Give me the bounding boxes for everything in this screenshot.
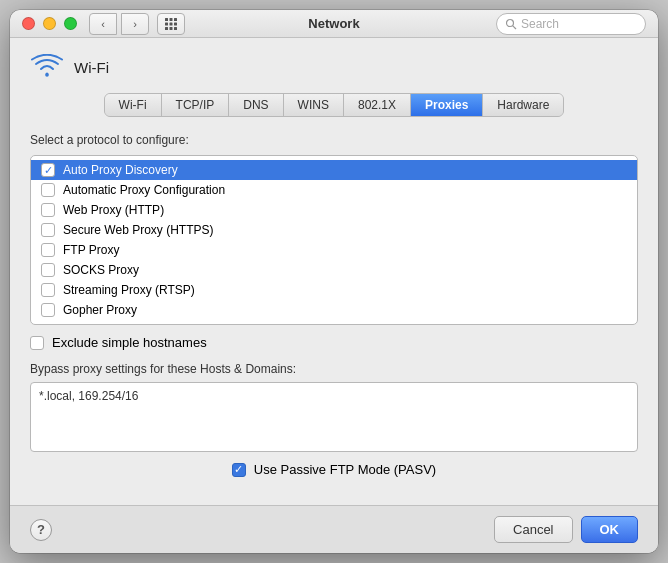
protocol-list: ✓ Auto Proxy Discovery Automatic Proxy C… — [30, 155, 638, 325]
svg-point-11 — [45, 73, 49, 77]
wifi-header: Wi-Fi — [30, 54, 638, 81]
window-title: Network — [308, 16, 359, 31]
svg-line-10 — [513, 25, 516, 28]
tab-dns[interactable]: DNS — [229, 94, 283, 116]
content-area: Wi-Fi Wi-Fi TCP/IP DNS WINS 802.1X Proxi… — [10, 38, 658, 505]
wifi-label: Wi-Fi — [74, 59, 109, 76]
protocol-label-streaming: Streaming Proxy (RTSP) — [63, 283, 195, 297]
svg-rect-1 — [170, 18, 173, 21]
grid-button[interactable] — [157, 13, 185, 35]
back-button[interactable]: ‹ — [89, 13, 117, 35]
protocol-item-socks-proxy[interactable]: SOCKS Proxy — [31, 260, 637, 280]
exclude-hostnames-row: Exclude simple hostnames — [30, 335, 638, 350]
protocol-checkbox-socks[interactable] — [41, 263, 55, 277]
cancel-button[interactable]: Cancel — [494, 516, 572, 543]
passive-ftp-label: Use Passive FTP Mode (PASV) — [254, 462, 436, 477]
network-window: ‹ › Network Search — [10, 10, 658, 553]
tab-hardware[interactable]: Hardware — [483, 94, 563, 116]
tab-tcpip[interactable]: TCP/IP — [162, 94, 230, 116]
tabs-container: Wi-Fi TCP/IP DNS WINS 802.1X Proxies Har… — [30, 93, 638, 117]
protocol-item-streaming-proxy[interactable]: Streaming Proxy (RTSP) — [31, 280, 637, 300]
tab-proxies[interactable]: Proxies — [411, 94, 483, 116]
protocol-label-secure-web: Secure Web Proxy (HTTPS) — [63, 223, 213, 237]
svg-rect-8 — [174, 27, 177, 30]
protocol-checkbox-gopher[interactable] — [41, 303, 55, 317]
svg-point-9 — [507, 19, 514, 26]
svg-rect-7 — [170, 27, 173, 30]
search-icon — [505, 18, 517, 30]
protocol-checkbox-auto-proxy[interactable]: ✓ — [41, 163, 55, 177]
help-button[interactable]: ? — [30, 519, 52, 541]
svg-rect-2 — [174, 18, 177, 21]
ok-button[interactable]: OK — [581, 516, 639, 543]
protocol-checkbox-auto-config[interactable] — [41, 183, 55, 197]
protocol-label-gopher: Gopher Proxy — [63, 303, 137, 317]
tab-wifi[interactable]: Wi-Fi — [105, 94, 162, 116]
protocol-checkbox-ftp[interactable] — [41, 243, 55, 257]
tab-wins[interactable]: WINS — [284, 94, 344, 116]
search-placeholder: Search — [521, 17, 559, 31]
tab-8021x[interactable]: 802.1X — [344, 94, 411, 116]
passive-ftp-row: ✓ Use Passive FTP Mode (PASV) — [30, 462, 638, 477]
svg-rect-0 — [165, 18, 168, 21]
protocol-label-auto-config: Automatic Proxy Configuration — [63, 183, 225, 197]
protocol-item-web-proxy-http[interactable]: Web Proxy (HTTP) — [31, 200, 637, 220]
search-box[interactable]: Search — [496, 13, 646, 35]
svg-rect-4 — [170, 22, 173, 25]
protocol-label-socks: SOCKS Proxy — [63, 263, 139, 277]
protocol-item-ftp-proxy[interactable]: FTP Proxy — [31, 240, 637, 260]
exclude-hostnames-label: Exclude simple hostnames — [52, 335, 207, 350]
protocol-section-label: Select a protocol to configure: — [30, 133, 638, 147]
close-button[interactable] — [22, 17, 35, 30]
svg-rect-3 — [165, 22, 168, 25]
bypass-label: Bypass proxy settings for these Hosts & … — [30, 362, 638, 376]
nav-buttons: ‹ › — [89, 13, 149, 35]
protocol-label-web-proxy: Web Proxy (HTTP) — [63, 203, 164, 217]
protocol-label-ftp: FTP Proxy — [63, 243, 119, 257]
traffic-lights — [22, 17, 77, 30]
titlebar: ‹ › Network Search — [10, 10, 658, 38]
protocol-label-auto-proxy: Auto Proxy Discovery — [63, 163, 178, 177]
protocol-checkbox-secure-web[interactable] — [41, 223, 55, 237]
protocol-item-secure-web-proxy[interactable]: Secure Web Proxy (HTTPS) — [31, 220, 637, 240]
minimize-button[interactable] — [43, 17, 56, 30]
maximize-button[interactable] — [64, 17, 77, 30]
bottom-bar: ? Cancel OK — [10, 505, 658, 553]
protocol-item-automatic-proxy-config[interactable]: Automatic Proxy Configuration — [31, 180, 637, 200]
protocol-checkbox-web-proxy[interactable] — [41, 203, 55, 217]
wifi-icon — [30, 54, 64, 81]
passive-ftp-checkbox[interactable]: ✓ — [232, 463, 246, 477]
protocol-item-gopher-proxy[interactable]: Gopher Proxy — [31, 300, 637, 320]
bypass-textarea[interactable]: *.local, 169.254/16 — [30, 382, 638, 452]
protocol-checkbox-streaming[interactable] — [41, 283, 55, 297]
forward-button[interactable]: › — [121, 13, 149, 35]
exclude-hostnames-checkbox[interactable] — [30, 336, 44, 350]
svg-rect-5 — [174, 22, 177, 25]
tabs: Wi-Fi TCP/IP DNS WINS 802.1X Proxies Har… — [104, 93, 565, 117]
svg-rect-6 — [165, 27, 168, 30]
protocol-item-auto-proxy-discovery[interactable]: ✓ Auto Proxy Discovery — [31, 160, 637, 180]
